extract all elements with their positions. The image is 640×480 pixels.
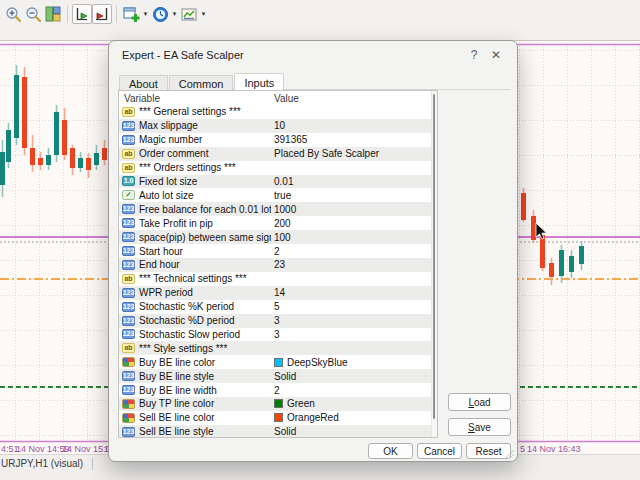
variable-label: Buy TP line color (139, 398, 214, 409)
help-button[interactable]: ? (463, 46, 485, 64)
tab-about[interactable]: About (119, 75, 168, 90)
tab-common[interactable]: Common (169, 75, 234, 90)
value-cell[interactable]: 2 (271, 246, 437, 257)
table-row[interactable]: 123Stochastic %D period3 (119, 314, 437, 328)
reset-button[interactable]: Reset (466, 443, 511, 459)
int-type-icon: 123 (122, 135, 135, 145)
variable-label: Auto lot size (139, 190, 193, 201)
load-button[interactable]: Load (448, 393, 511, 411)
table-scrollbar[interactable] (431, 91, 437, 437)
autoscroll-toggle[interactable] (72, 4, 92, 24)
table-row[interactable]: 123End hour23 (119, 258, 437, 272)
inputs-table: Variable Value ab*** General settings **… (118, 90, 438, 438)
value-cell[interactable]: 5 (271, 301, 437, 312)
resize-grip[interactable] (506, 450, 514, 458)
value-cell[interactable]: Placed By Safe Scalper (271, 148, 437, 159)
column-header-value: Value (271, 93, 437, 104)
scrollbar-thumb[interactable] (433, 94, 435, 419)
metatrader-window: ▼ ▼ ▼ 4:5114 Nov 14:5914 Nov 15:0714514 … (0, 0, 640, 480)
variable-cell: 123space(pip) between same signals (119, 232, 271, 243)
table-row[interactable]: 123WPR period14 (119, 286, 437, 300)
chart-shift-toggle[interactable] (92, 4, 112, 24)
table-row[interactable]: ab*** Technical settings *** (119, 272, 437, 286)
table-row[interactable]: 123Magic number391365 (119, 133, 437, 147)
value-cell[interactable]: 14 (271, 287, 437, 298)
dbl-type-icon: 1.0 (122, 176, 135, 186)
variable-cell: 123End hour (119, 259, 271, 270)
table-row[interactable]: 123Sell BE line styleSolid (119, 425, 437, 438)
value-cell[interactable]: 10 (271, 120, 437, 131)
table-row[interactable]: 123Buy BE line styleSolid (119, 369, 437, 383)
variable-label: Magic number (139, 134, 202, 145)
table-row[interactable]: Buy BE line colorDeepSkyBlue (119, 355, 437, 369)
int-type-icon: 123 (122, 218, 135, 228)
new-chart-dropdown[interactable]: ▼ (141, 4, 150, 24)
table-row[interactable]: ab*** Orders settings *** (119, 161, 437, 175)
zoom-in-button[interactable] (3, 4, 23, 24)
close-icon[interactable]: ✕ (485, 46, 507, 64)
table-row[interactable]: ab*** Style settings *** (119, 341, 437, 355)
variable-cell: 123Sell BE line style (119, 426, 271, 437)
value-cell[interactable]: 23 (271, 259, 437, 270)
table-row[interactable]: 1.0Fixed lot size0.01 (119, 175, 437, 189)
variable-cell: 123Stochastic %D period (119, 315, 271, 326)
table-row[interactable]: Sell BE line colorOrangeRed (119, 411, 437, 425)
dialog-title: Expert - EA Safe Scalper (122, 49, 463, 61)
table-row[interactable]: 123Start hour2 (119, 244, 437, 258)
table-row[interactable]: ab*** General settings *** (119, 105, 437, 119)
int-type-icon: 123 (122, 204, 135, 214)
table-row[interactable]: 123Max slippage10 (119, 119, 437, 133)
timeframes-dropdown[interactable]: ▼ (170, 4, 179, 24)
table-row[interactable]: 123Free balance for each 0.01 lot1000 (119, 202, 437, 216)
table-row[interactable]: 123Stochastic Slow period3 (119, 328, 437, 342)
table-row[interactable]: 123space(pip) between same signals100 (119, 230, 437, 244)
indicators-dropdown[interactable]: ▼ (199, 4, 208, 24)
status-separator (92, 458, 93, 470)
value-cell[interactable]: 3 (271, 329, 437, 340)
table-row[interactable]: 123Buy BE line width2 (119, 383, 437, 397)
timeframes-button[interactable] (150, 4, 170, 24)
value-cell[interactable]: Solid (271, 426, 437, 437)
table-row[interactable]: 123Stochastic %K period5 (119, 300, 437, 314)
value-text: 3 (274, 329, 280, 340)
new-chart-button[interactable] (121, 4, 141, 24)
indicators-button[interactable] (179, 4, 199, 24)
dialog-titlebar[interactable]: Expert - EA Safe Scalper ? ✕ (109, 41, 517, 68)
tile-windows-button[interactable] (43, 4, 63, 24)
variable-label: *** General settings *** (139, 106, 241, 117)
variable-label: space(pip) between same signals (139, 232, 271, 243)
zoom-out-button[interactable] (23, 4, 43, 24)
table-header: Variable Value (119, 91, 437, 105)
value-cell[interactable]: 0.01 (271, 176, 437, 187)
int-type-icon: 123 (122, 316, 135, 326)
variable-cell: 123Stochastic Slow period (119, 329, 271, 340)
table-row[interactable]: Buy TP line colorGreen (119, 397, 437, 411)
value-cell[interactable]: 2 (271, 385, 437, 396)
int-type-icon: 123 (122, 288, 135, 298)
ok-button[interactable]: OK (368, 443, 413, 459)
value-cell[interactable]: Green (271, 398, 437, 409)
value-text: 3 (274, 315, 280, 326)
save-button[interactable]: Save (448, 418, 511, 436)
table-row[interactable]: abOrder commentPlaced By Safe Scalper (119, 147, 437, 161)
tab-inputs[interactable]: Inputs (234, 73, 284, 90)
value-cell[interactable]: 100 (271, 232, 437, 243)
zoom-out-icon (25, 6, 41, 22)
value-cell[interactable]: true (271, 190, 437, 201)
cancel-button[interactable]: Cancel (417, 443, 462, 459)
value-cell[interactable]: 200 (271, 218, 437, 229)
variable-cell: Sell BE line color (119, 412, 271, 423)
table-row[interactable]: ✓Auto lot sizetrue (119, 188, 437, 202)
variable-cell: ab*** General settings *** (119, 106, 271, 117)
table-row[interactable]: 123Take Profit in pip200 (119, 216, 437, 230)
value-cell[interactable]: 391365 (271, 134, 437, 145)
value-cell[interactable]: DeepSkyBlue (271, 357, 437, 368)
value-cell[interactable]: 3 (271, 315, 437, 326)
color-swatch (274, 358, 283, 367)
variable-cell: 123Free balance for each 0.01 lot (119, 204, 271, 215)
value-cell[interactable]: Solid (271, 371, 437, 382)
value-text: 200 (274, 218, 291, 229)
value-cell[interactable]: 1000 (271, 204, 437, 215)
value-text: DeepSkyBlue (287, 357, 348, 368)
value-cell[interactable]: OrangeRed (271, 412, 437, 423)
